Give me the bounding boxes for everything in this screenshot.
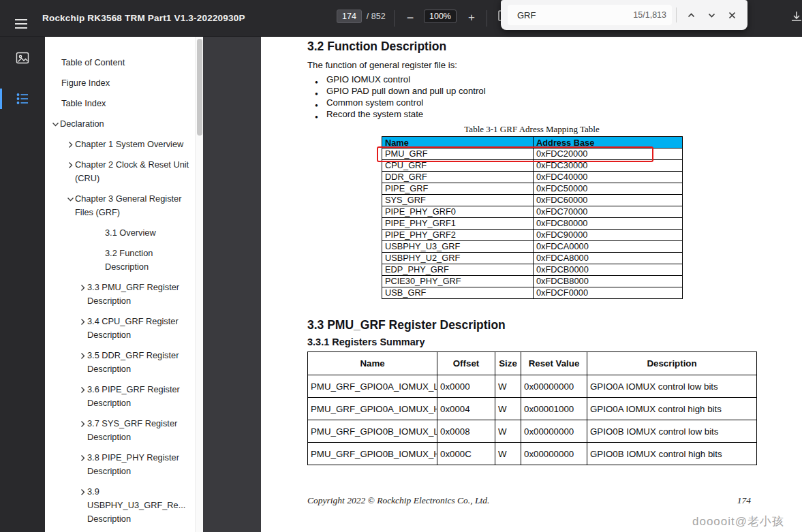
page-footer: Copyright 2022 © Rockchip Electronics Co… — [307, 495, 751, 506]
chevron-spacer — [95, 226, 105, 240]
table-cell: 0xFDCF0000 — [534, 287, 683, 299]
outline-item-label: 3.8 PIPE_PHY Register Description — [87, 451, 195, 478]
chevron-spacer — [95, 247, 105, 274]
outline-item-label: Chapter 2 Clock & Reset Unit (CRU) — [75, 158, 191, 185]
table-cell: 0xFDCB0000 — [534, 264, 683, 276]
search-input[interactable]: GRF 15/1,813 — [508, 5, 672, 25]
bullet-item: GPIO IOMUX control — [326, 74, 802, 85]
table-row: DDR_GRF0xFDC40000 — [382, 172, 683, 183]
page-number-input[interactable]: 174 — [337, 10, 362, 23]
outline-item[interactable]: 3.8 PIPE_PHY Register Description — [45, 451, 195, 478]
chevron-right-icon[interactable] — [78, 417, 87, 444]
table-row: PCIE30_PHY_GRF0xFDCB8000 — [382, 276, 683, 287]
outline-item[interactable]: Chapter 2 Clock & Reset Unit (CRU) — [45, 158, 195, 185]
chevron-right-icon[interactable] — [65, 158, 75, 185]
table-cell: 0xFDC70000 — [534, 206, 683, 218]
chevron-right-icon[interactable] — [78, 451, 87, 478]
table-cell: 0x00000000 — [521, 375, 587, 398]
outline-item-label: Declaration — [60, 117, 104, 131]
outline-item-label: 3.1 Overview — [105, 226, 156, 240]
table-cell: 0x0008 — [437, 420, 495, 443]
section-3-2-heading: 3.2 Function Description — [307, 40, 802, 54]
zoom-in-button[interactable]: + — [462, 8, 481, 27]
find-previous-button[interactable] — [681, 5, 701, 25]
page-navigation: 174 / 852 — [337, 10, 386, 23]
outline-item-label: 3.4 CPU_GRF Register Description — [87, 315, 195, 342]
document-title: Rockchip RK3568 TRM Part1 V1.3-20220930P — [42, 13, 245, 23]
menu-icon[interactable] — [14, 12, 30, 26]
outline-panel: Table of ContentFigure IndexTable IndexD… — [45, 37, 195, 532]
table-cell: EDP_PHY_GRF — [382, 264, 534, 276]
outline-item[interactable]: Table Index — [45, 97, 195, 110]
table-cell: PIPE_PHY_GRF0 — [382, 206, 534, 218]
pdf-viewer-window: Rockchip RK3568 TRM Part1 V1.3-20220930P… — [0, 0, 802, 532]
column-header: Size — [495, 352, 521, 375]
table-cell: GPIO0A IOMUX control low bits — [587, 375, 757, 398]
table-row: EDP_PHY_GRF0xFDCB0000 — [382, 264, 683, 276]
outline-item[interactable]: 3.3 PMU_GRF Register Description — [45, 281, 195, 308]
thumbnails-icon[interactable] — [11, 46, 34, 69]
column-header: Description — [587, 352, 757, 375]
section-3-3-heading: 3.3 PMU_GRF Register Description — [307, 318, 802, 332]
table-row: USBPHY_U2_GRF0xFDCA8000 — [382, 253, 683, 264]
table-cell: 0xFDC20000 — [534, 148, 683, 160]
table-cell: PCIE30_PHY_GRF — [382, 276, 534, 287]
chevron-right-icon[interactable] — [78, 349, 87, 376]
table-cell: USBPHY_U3_GRF — [382, 241, 534, 253]
zoom-level[interactable]: 100% — [424, 10, 457, 23]
table-cell: USBPHY_U2_GRF — [382, 253, 534, 264]
outline-item-label: Table of Content — [61, 56, 125, 69]
table-cell: 0x00000000 — [521, 443, 587, 465]
outline-item[interactable]: 3.1 Overview — [45, 226, 195, 240]
outline-item[interactable]: Figure Index — [45, 76, 195, 90]
outline-item[interactable]: Declaration — [45, 117, 195, 131]
table-cell: 0x00001000 — [521, 398, 587, 420]
table-cell: GPIO0B IOMUX control low bits — [587, 420, 757, 443]
outline-item[interactable]: 3.6 PIPE_GRF Register Description — [45, 383, 195, 410]
copyright-text: Copyright 2022 © Rockchip Electronics Co… — [307, 495, 489, 506]
chevron-right-icon[interactable] — [78, 281, 87, 308]
chevron-down-icon[interactable] — [50, 117, 60, 131]
outline-item[interactable]: 3.5 DDR_GRF Register Description — [45, 349, 195, 376]
outline-item[interactable]: 3.2 Function Description — [45, 247, 195, 274]
table-row: PMU_GRF_GPIO0B_IOMUX_L0x0008W0x00000000G… — [308, 420, 757, 443]
find-next-button[interactable] — [701, 5, 722, 25]
search-result-count: 15/1,813 — [633, 10, 666, 20]
outline-icon[interactable] — [11, 87, 34, 110]
registers-summary-table: NameOffsetSizeReset ValueDescriptionPMU_… — [307, 351, 757, 465]
table-cell: 0x000C — [437, 443, 495, 465]
chevron-right-icon[interactable] — [65, 138, 75, 151]
table-cell: PIPE_GRF — [382, 183, 534, 195]
outline-item[interactable]: 3.9 USBPHY_U3_GRF_Re... Description — [45, 485, 195, 526]
outline-item-label: 3.7 SYS_GRF Register Description — [87, 417, 195, 444]
outline-item[interactable]: Chapter 1 System Overview — [45, 138, 195, 151]
outline-scrollbar[interactable] — [195, 37, 203, 532]
chevron-right-icon[interactable] — [78, 315, 87, 342]
table-cell: GPIO0A IOMUX control high bits — [587, 398, 757, 420]
outline-item[interactable]: Chapter 3 General Register Files (GRF) — [45, 192, 195, 219]
table-cell: GPIO0B IOMUX control high bits — [587, 443, 757, 465]
bullet-item: GPIO PAD pull down and pull up control — [326, 85, 802, 97]
find-divider — [676, 7, 677, 22]
column-header: Name — [382, 137, 534, 148]
outline-item[interactable]: Table of Content — [45, 56, 195, 69]
chevron-right-icon[interactable] — [78, 383, 87, 410]
table-cell: W — [495, 443, 521, 465]
column-header: Reset Value — [521, 352, 587, 375]
table-cell: W — [495, 420, 521, 443]
find-close-icon[interactable] — [722, 5, 742, 25]
table-cell: 0xFDC90000 — [534, 230, 683, 241]
zoom-out-button[interactable]: − — [401, 8, 420, 27]
table-cell: PMU_GRF_GPIO0A_IOMUX_L — [308, 375, 437, 398]
chevron-down-icon[interactable] — [65, 192, 75, 219]
table-row: USB_GRF0xFDCF0000 — [382, 287, 683, 299]
table-cell: W — [495, 375, 521, 398]
download-icon[interactable] — [786, 8, 802, 27]
outline-item-label: 3.2 Function Description — [105, 247, 185, 274]
chevron-right-icon[interactable] — [78, 485, 87, 526]
grf-address-mapping-table: NameAddress BasePMU_GRF0xFDC20000CPU_GRF… — [382, 136, 683, 299]
outline-item[interactable]: 3.4 CPU_GRF Register Description — [45, 315, 195, 342]
outline-item[interactable]: 3.7 SYS_GRF Register Description — [45, 417, 195, 444]
table-row: PMU_GRF_GPIO0A_IOMUX_H0x0004W0x00001000G… — [308, 398, 757, 420]
outline-scrollbar-thumb[interactable] — [197, 39, 202, 136]
